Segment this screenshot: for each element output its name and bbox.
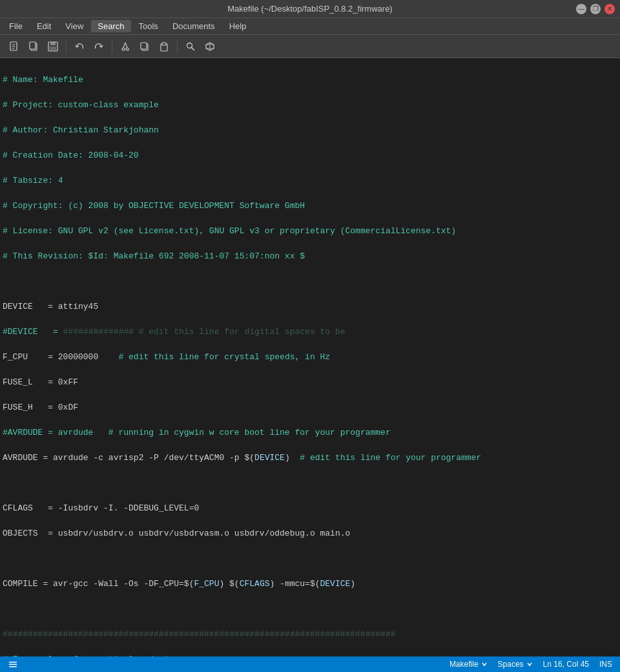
build-button[interactable] xyxy=(201,37,219,56)
menu-documents[interactable]: Documents xyxy=(166,20,222,32)
redo-button[interactable] xyxy=(90,37,108,56)
titlebar: Makefile (~/Desktop/fabISP_0.8.2_firmwar… xyxy=(0,0,620,18)
editor-content: # Name: Makefile # Project: custom-class… xyxy=(0,61,620,656)
svg-line-18 xyxy=(192,47,195,50)
menu-edit[interactable]: Edit xyxy=(30,20,57,32)
svg-rect-7 xyxy=(50,42,56,45)
separator-3 xyxy=(177,39,178,54)
paste-button[interactable] xyxy=(155,37,173,56)
menu-view[interactable]: View xyxy=(59,20,90,32)
separator-2 xyxy=(112,39,112,54)
svg-point-17 xyxy=(187,43,192,48)
insert-mode-label: INS xyxy=(599,660,612,669)
find-button[interactable] xyxy=(181,37,200,56)
new-file-button[interactable] xyxy=(5,37,23,56)
file-type-indicator[interactable]: Makefile xyxy=(450,660,488,669)
svg-rect-22 xyxy=(9,662,17,663)
save-button[interactable] xyxy=(44,37,62,56)
svg-rect-24 xyxy=(9,666,17,667)
svg-rect-14 xyxy=(141,43,147,49)
copy-button[interactable] xyxy=(136,37,154,56)
svg-line-11 xyxy=(123,43,125,48)
cursor-position-label: Ln 16, Col 45 xyxy=(543,660,589,669)
svg-rect-16 xyxy=(162,43,166,45)
toolbar xyxy=(0,35,620,58)
sidebar-toggle-button[interactable] xyxy=(8,659,18,669)
statusbar: Makefile Spaces Ln 16, Col 45 INS xyxy=(0,656,620,672)
editor[interactable]: # Name: Makefile # Project: custom-class… xyxy=(0,58,620,656)
svg-line-12 xyxy=(125,43,127,48)
copy-file-button[interactable] xyxy=(25,37,43,56)
statusbar-right: Makefile Spaces Ln 16, Col 45 INS xyxy=(450,660,612,669)
file-type-label: Makefile xyxy=(450,660,479,669)
svg-rect-8 xyxy=(50,47,56,50)
menubar: File Edit View Search Tools Documents He… xyxy=(0,18,620,35)
window-controls: — ❐ ✕ xyxy=(576,4,615,14)
minimize-button[interactable]: — xyxy=(576,4,586,14)
window-title: Makefile (~/Desktop/fabISP_0.8.2_firmwar… xyxy=(227,4,392,14)
maximize-button[interactable]: ❐ xyxy=(590,4,601,14)
cursor-position[interactable]: Ln 16, Col 45 xyxy=(543,660,589,669)
insert-mode-indicator[interactable]: INS xyxy=(599,660,612,669)
menu-file[interactable]: File xyxy=(3,20,29,32)
svg-rect-5 xyxy=(30,42,36,49)
svg-point-10 xyxy=(126,48,129,50)
undo-button[interactable] xyxy=(70,37,88,56)
menu-help[interactable]: Help xyxy=(223,20,253,32)
close-button[interactable]: ✕ xyxy=(604,4,615,14)
svg-point-9 xyxy=(122,48,125,50)
encoding-indicator[interactable]: Spaces xyxy=(498,660,533,669)
menu-tools[interactable]: Tools xyxy=(132,20,165,32)
svg-rect-23 xyxy=(9,664,17,666)
menu-search[interactable]: Search xyxy=(91,20,130,32)
encoding-label: Spaces xyxy=(498,660,524,669)
cut-button[interactable] xyxy=(116,37,134,56)
separator-1 xyxy=(66,39,67,54)
statusbar-left xyxy=(8,659,18,669)
